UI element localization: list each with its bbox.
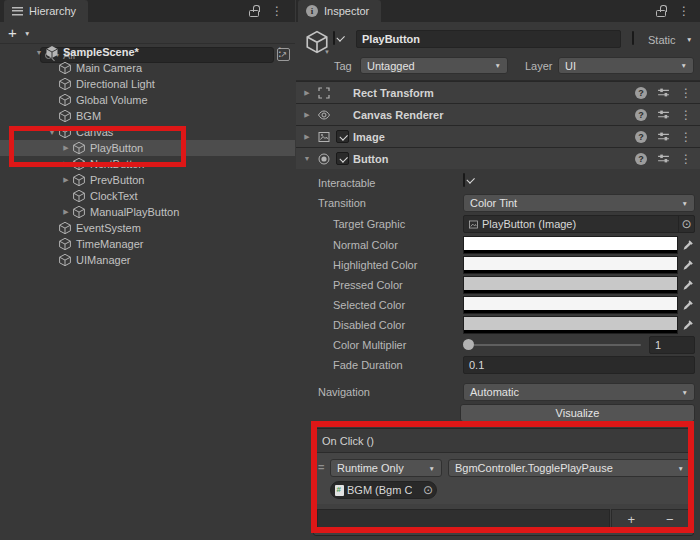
tree-row[interactable]: ManualPlayButton	[0, 204, 295, 220]
tree-row[interactable]: Global Volume	[0, 92, 295, 108]
event-mode-value: Runtime Only	[337, 462, 404, 474]
eyedropper-icon[interactable]	[681, 258, 695, 272]
layer-dropdown[interactable]: UI	[558, 57, 694, 74]
image-enabled-checkbox[interactable]	[336, 130, 349, 143]
slider-thumb[interactable]	[463, 339, 474, 350]
tab-inspector[interactable]: Inspector	[298, 0, 381, 22]
foldout-closed-icon[interactable]	[301, 133, 313, 141]
foldout-closed-icon[interactable]	[60, 144, 72, 152]
event-function-dropdown[interactable]: BgmController.TogglePlayPause	[448, 459, 691, 477]
navigation-dropdown[interactable]: Automatic	[463, 383, 695, 401]
tree-row[interactable]: BGM	[0, 108, 295, 124]
tree-row[interactable]: ClockText	[0, 188, 295, 204]
event-mode-dropdown[interactable]: Runtime Only	[330, 459, 442, 477]
foldout-closed-icon[interactable]	[60, 208, 72, 216]
visualize-button[interactable]: Visualize	[460, 404, 695, 422]
kebab-menu-icon[interactable]	[680, 109, 692, 121]
fade-duration-value: 0.1	[469, 359, 484, 371]
foldout-open-icon[interactable]	[301, 155, 313, 162]
help-icon[interactable]	[635, 153, 647, 165]
tag-dropdown[interactable]: Untagged	[360, 57, 508, 74]
static-checkbox[interactable]	[632, 31, 634, 45]
foldout-closed-icon[interactable]	[301, 89, 313, 97]
gameobject-icon	[58, 125, 72, 139]
event-target-value: BGM (Bgm C	[347, 484, 412, 496]
tree-row-scene[interactable]: SampleScene*	[0, 44, 295, 60]
interactable-checkbox[interactable]	[463, 173, 465, 187]
disabled-color-swatch[interactable]	[463, 316, 678, 334]
gameobject-name-field[interactable]: PlayButton	[356, 30, 621, 48]
color-multiplier-slider[interactable]	[465, 344, 641, 346]
color-multiplier-value: 1	[655, 339, 661, 351]
lock-icon[interactable]	[249, 10, 259, 17]
event-target-field[interactable]: BGM (Bgm C	[330, 481, 437, 499]
kebab-menu-icon[interactable]	[680, 153, 692, 165]
tree-row[interactable]: PrevButton	[0, 172, 295, 188]
tree-row[interactable]: NextButton	[0, 156, 295, 172]
kebab-menu-icon[interactable]	[680, 131, 692, 143]
tab-hierarchy[interactable]: Hierarchy	[4, 0, 88, 22]
selected-color-swatch[interactable]	[463, 296, 678, 314]
tree-row[interactable]: Directional Light	[0, 76, 295, 92]
pressed-color-swatch[interactable]	[463, 276, 678, 294]
foldout-closed-icon[interactable]	[60, 160, 72, 168]
color-multiplier-field[interactable]: 1	[649, 336, 695, 354]
component-header-image[interactable]: Image	[296, 125, 700, 147]
event-list-footer-strip	[317, 509, 610, 529]
active-checkbox[interactable]	[333, 31, 335, 45]
tree-row[interactable]: TimeManager	[0, 236, 295, 252]
component-header-button[interactable]: Button	[296, 147, 700, 169]
help-icon[interactable]	[635, 87, 647, 99]
reorder-handle-icon[interactable]	[318, 461, 324, 473]
preset-icon[interactable]	[657, 87, 670, 98]
normal-color-swatch[interactable]	[463, 236, 678, 254]
button-enabled-checkbox[interactable]	[336, 152, 349, 165]
tree-item-label: TimeManager	[76, 238, 143, 250]
property-row-disabled-color: Disabled Color	[296, 316, 700, 334]
component-header-canvas-renderer[interactable]: Canvas Renderer	[296, 103, 700, 125]
kebab-menu-icon[interactable]	[271, 5, 283, 17]
help-icon[interactable]	[635, 109, 647, 121]
component-title: Rect Transform	[353, 87, 434, 99]
add-event-button[interactable]: +	[612, 510, 651, 528]
eyedropper-icon[interactable]	[681, 298, 695, 312]
property-row-fade-duration: Fade Duration 0.1	[296, 356, 700, 374]
target-graphic-field[interactable]: PlayButton (Image)	[463, 215, 695, 233]
static-dropdown-caret[interactable]	[686, 36, 692, 43]
object-picker-icon[interactable]	[420, 482, 436, 498]
kebab-menu-icon[interactable]	[678, 5, 690, 17]
component-title: Canvas Renderer	[353, 109, 444, 121]
tree-row[interactable]: UIManager	[0, 252, 295, 268]
foldout-open-icon[interactable]	[33, 49, 45, 56]
component-header-rect-transform[interactable]: Rect Transform	[296, 81, 700, 103]
kebab-menu-icon[interactable]	[680, 87, 692, 99]
foldout-closed-icon[interactable]	[60, 176, 72, 184]
tree-item-label: EventSystem	[76, 222, 141, 234]
normal-color-label: Normal Color	[333, 239, 398, 251]
tree-row[interactable]: EventSystem	[0, 220, 295, 236]
target-graphic-value: PlayButton (Image)	[482, 218, 576, 230]
create-button[interactable]	[8, 24, 17, 41]
fade-duration-field[interactable]: 0.1	[463, 356, 695, 374]
tree-row-playbutton-selected[interactable]: PlayButton	[0, 140, 295, 156]
tree-row[interactable]: Main Camera	[0, 60, 295, 76]
help-icon[interactable]	[635, 131, 647, 143]
gizmo-caret-icon[interactable]	[324, 49, 330, 55]
foldout-closed-icon[interactable]	[301, 111, 313, 119]
object-picker-icon[interactable]	[678, 216, 694, 232]
foldout-open-icon[interactable]	[46, 129, 58, 136]
eyedropper-icon[interactable]	[681, 318, 695, 332]
create-dropdown-caret[interactable]	[24, 30, 30, 37]
eyedropper-icon[interactable]	[681, 278, 695, 292]
preset-icon[interactable]	[657, 131, 670, 142]
inspector-panel: Inspector PlayButton Static Tag Untagged	[296, 0, 700, 540]
highlighted-color-swatch[interactable]	[463, 256, 678, 274]
transition-dropdown[interactable]: Color Tint	[463, 194, 695, 212]
preset-icon[interactable]	[657, 109, 670, 120]
scene-kebab-icon[interactable]	[274, 46, 286, 58]
preset-icon[interactable]	[657, 153, 670, 164]
lock-icon[interactable]	[656, 10, 666, 17]
tree-row-canvas[interactable]: Canvas	[0, 124, 295, 140]
eyedropper-icon[interactable]	[681, 238, 695, 252]
remove-event-button[interactable]: −	[651, 510, 690, 528]
